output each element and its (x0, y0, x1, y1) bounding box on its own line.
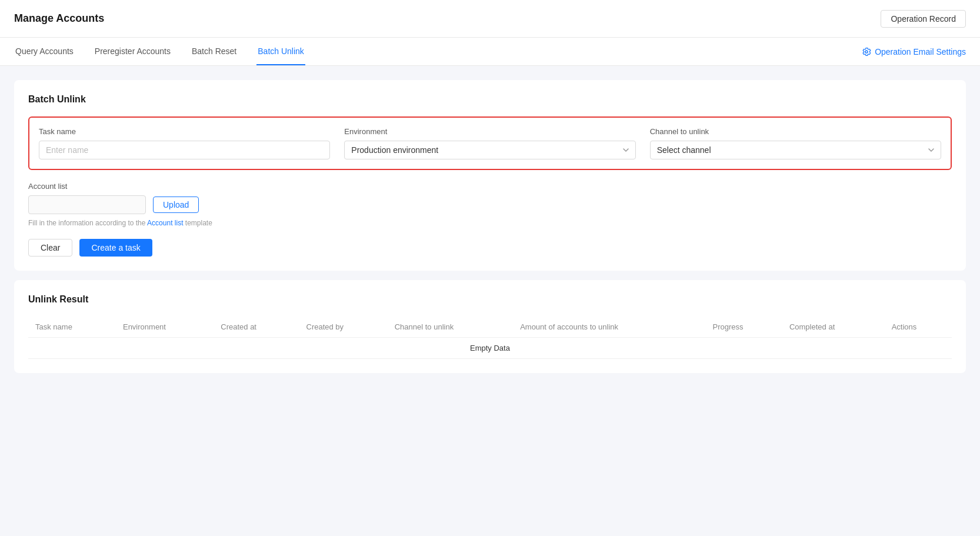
col-amount: Amount of accounts to unlink (513, 317, 705, 338)
empty-data-text: Empty Data (28, 338, 952, 359)
tab-preregister-accounts[interactable]: Preregister Accounts (94, 38, 172, 65)
result-table-header-row: Task name Environment Created at Created… (28, 317, 952, 338)
batch-unlink-title: Batch Unlink (28, 94, 952, 105)
create-task-button[interactable]: Create a task (79, 239, 152, 257)
app-title: Manage Accounts (14, 12, 104, 25)
hint-suffix: template (183, 219, 212, 227)
col-task-name: Task name (28, 317, 116, 338)
environment-label: Environment (344, 127, 635, 136)
file-input-box[interactable] (28, 195, 146, 214)
nav-tabs: Query Accounts Preregister Accounts Batc… (14, 38, 305, 65)
clear-button[interactable]: Clear (28, 239, 72, 257)
email-settings-label: Operation Email Settings (875, 47, 966, 56)
unlink-result-card: Unlink Result Task name Environment Crea… (14, 280, 966, 373)
task-name-input[interactable] (39, 141, 330, 159)
form-row: Task name Environment Production environ… (39, 127, 941, 159)
channel-label: Channel to unlink (650, 127, 941, 136)
tab-batch-reset[interactable]: Batch Reset (191, 38, 238, 65)
col-created-at: Created at (214, 317, 299, 338)
channel-group: Channel to unlink Select channel (650, 127, 941, 159)
gear-icon (862, 47, 871, 56)
channel-select[interactable]: Select channel (650, 141, 941, 159)
environment-group: Environment Production environment Stagi… (344, 127, 635, 159)
hint-prefix: Fill in the information according to the (28, 219, 147, 227)
tab-query-accounts[interactable]: Query Accounts (14, 38, 75, 65)
template-hint: Fill in the information according to the… (28, 219, 952, 227)
col-progress: Progress (706, 317, 782, 338)
result-table: Task name Environment Created at Created… (28, 317, 952, 359)
col-completed-at: Completed at (782, 317, 885, 338)
col-environment: Environment (116, 317, 214, 338)
task-name-group: Task name (39, 127, 330, 159)
unlink-result-title: Unlink Result (28, 294, 952, 305)
environment-select[interactable]: Production environment Staging environme… (344, 141, 635, 159)
app-header: Manage Accounts Operation Record (0, 0, 980, 38)
form-section: Task name Environment Production environ… (28, 116, 952, 170)
account-list-section: Account list Upload Fill in the informat… (28, 182, 952, 227)
result-table-body: Empty Data (28, 338, 952, 359)
empty-row: Empty Data (28, 338, 952, 359)
result-table-head: Task name Environment Created at Created… (28, 317, 952, 338)
task-name-label: Task name (39, 127, 330, 136)
batch-unlink-card: Batch Unlink Task name Environment Produ… (14, 80, 966, 271)
action-buttons: Clear Create a task (28, 239, 952, 257)
col-channel: Channel to unlink (388, 317, 513, 338)
col-actions: Actions (885, 317, 952, 338)
account-list-label: Account list (28, 182, 952, 191)
main-content: Batch Unlink Task name Environment Produ… (0, 66, 980, 387)
account-list-link[interactable]: Account list (147, 219, 183, 227)
col-created-by: Created by (299, 317, 388, 338)
upload-row: Upload (28, 195, 952, 214)
upload-button[interactable]: Upload (153, 197, 199, 213)
nav-bar: Query Accounts Preregister Accounts Batc… (0, 38, 980, 66)
email-settings-nav[interactable]: Operation Email Settings (862, 47, 966, 56)
tab-batch-unlink[interactable]: Batch Unlink (256, 38, 305, 65)
operation-record-button[interactable]: Operation Record (881, 10, 966, 28)
